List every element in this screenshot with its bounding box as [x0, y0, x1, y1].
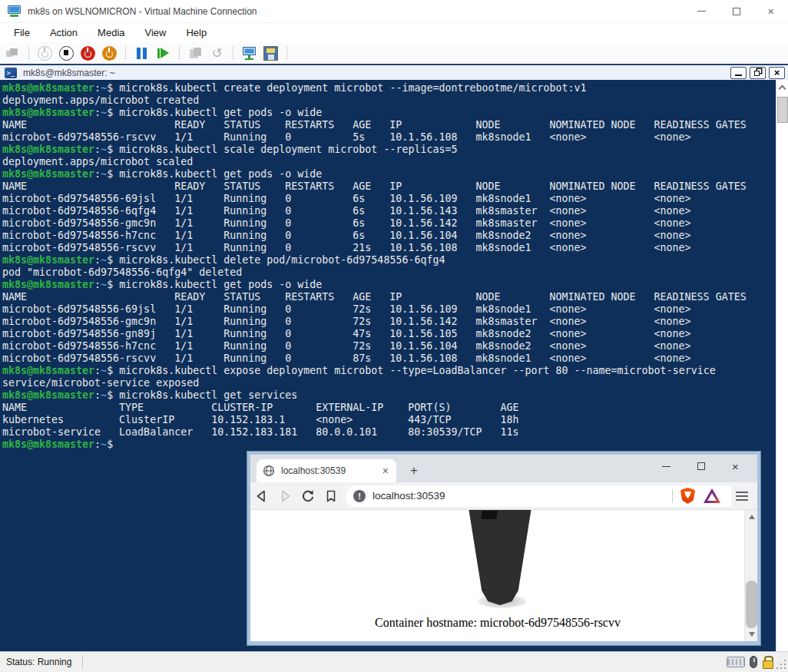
terminal-line-output: NAME READY STATUS RESTARTS AGE IP NODE N… [2, 291, 774, 303]
terminal-line-command: mk8s@mk8smaster:~$ microk8s.kubectl scal… [2, 144, 774, 156]
close-icon: × [774, 68, 780, 78]
terminal-line-output: microbot-6d97548556-69jsl 1/1 Running 0 … [2, 193, 774, 205]
terminal-line-output: microbot-6d97548556-69jsl 1/1 Running 0 … [2, 303, 774, 316]
revert-checkpoint-icon[interactable]: ↺ [210, 46, 224, 61]
browser-maximize-button[interactable] [684, 455, 718, 478]
container-hostname-caption: Container hostname: microbot-6d97548556-… [250, 616, 745, 630]
microbot-leg-image [468, 510, 531, 605]
share-icon[interactable] [263, 46, 278, 61]
brave-shield-icon[interactable] [680, 488, 695, 504]
shut-down-icon[interactable] [81, 46, 95, 61]
minimize-icon [662, 466, 670, 467]
lock-icon [762, 656, 773, 668]
terminal-line-output: microbot-6d97548556-h7cnc 1/1 Running 0 … [2, 340, 774, 353]
page-scrollbar-thumb[interactable] [746, 581, 757, 628]
browser-tabstrip: localhost:30539 × + × [250, 455, 757, 482]
terminal-line-output: microbot-6d97548556-6qfg4 1/1 Running 0 … [2, 205, 774, 217]
vm-menubar: File Action Media View Help [0, 23, 788, 42]
save-state-icon[interactable] [102, 46, 117, 61]
terminal-line-output: microbot-6d97548556-h7cnc 1/1 Running 0 … [2, 230, 774, 242]
toolbar-separator [286, 46, 287, 60]
terminal-line-command: mk8s@mk8smaster:~$ microk8s.kubectl crea… [2, 82, 774, 94]
terminal-line-output: microbot-6d97548556-rscvv 1/1 Running 0 … [2, 242, 774, 254]
enhanced-session-icon[interactable] [242, 46, 257, 61]
browser-page: Container hostname: microbot-6d97548556-… [250, 510, 757, 641]
terminal-line-output: NAME TYPE CLUSTER-IP EXTERNAL-IP PORT(S)… [2, 402, 774, 414]
browser-close-button[interactable]: × [718, 455, 753, 478]
window-close-button[interactable]: × [753, 0, 788, 22]
address-bar[interactable]: ! localhost:30539 [346, 485, 731, 507]
maximize-icon [733, 8, 740, 15]
checkpoint-icon[interactable] [188, 46, 203, 61]
menu-view[interactable]: View [135, 25, 177, 41]
brave-rewards-icon[interactable] [704, 488, 720, 503]
terminal-line-command: mk8s@mk8smaster:~$ microk8s.kubectl get … [2, 279, 774, 291]
browser-menu-icon[interactable] [736, 492, 748, 501]
globe-icon [263, 465, 275, 477]
site-info-icon[interactable]: ! [353, 490, 366, 502]
reset-icon[interactable] [156, 46, 171, 61]
vm-toolbar: ↺ [0, 42, 788, 64]
terminal-line-output: microbot-6d97548556-gn89j 1/1 Running 0 … [2, 328, 774, 340]
new-tab-button[interactable]: + [406, 463, 422, 478]
browser-window: localhost:30539 × + × [247, 452, 760, 645]
terminal-output: mk8s@mk8smaster:~$ microk8s.kubectl crea… [2, 82, 774, 451]
terminal-restore-button[interactable] [750, 67, 766, 79]
terminal-line-output: NAME READY STATUS RESTARTS AGE IP NODE N… [2, 180, 774, 193]
mouse-icon [750, 656, 757, 668]
reload-button[interactable] [296, 488, 320, 504]
scroll-up-icon[interactable] [779, 85, 786, 93]
terminal-line-output: microbot-6d97548556-rscvv 1/1 Running 0 … [2, 131, 774, 144]
menu-media[interactable]: Media [88, 25, 134, 41]
menu-help[interactable]: Help [176, 25, 217, 41]
resize-grip[interactable] [784, 667, 786, 669]
maximize-icon [697, 462, 705, 470]
start-vm-icon[interactable] [38, 46, 52, 61]
terminal-line-command: mk8s@mk8smaster:~$ microk8s.kubectl get … [2, 389, 774, 402]
scroll-down-icon[interactable] [749, 632, 755, 637]
close-icon: × [767, 6, 773, 17]
terminal-minimize-button[interactable] [730, 67, 747, 79]
browser-tab[interactable]: localhost:30539 × [257, 459, 396, 482]
scroll-up-icon[interactable] [749, 515, 755, 519]
tab-title: localhost:30539 [281, 465, 381, 476]
ctrl-alt-del-icon[interactable] [5, 46, 20, 61]
address-url[interactable]: localhost:30539 [372, 490, 672, 502]
vm-statusbar: Status: Running [0, 651, 788, 672]
forward-button[interactable] [273, 488, 296, 504]
terminal-line-output: NAME READY STATUS RESTARTS AGE IP NODE N… [2, 119, 774, 131]
terminal-line-output: microbot-6d97548556-gmc9n 1/1 Running 0 … [2, 316, 774, 328]
toolbar-separator [28, 46, 29, 60]
tab-close-button[interactable]: × [381, 465, 390, 477]
toolbar-separator [179, 46, 180, 60]
terminal-scrollbar-thumb[interactable] [777, 97, 788, 123]
terminal-scrollbar[interactable] [776, 80, 788, 651]
vm-window-titlebar: mk8s on WSLNOMICRON - Virtual Machine Co… [0, 0, 788, 23]
bookmark-button[interactable] [320, 489, 343, 503]
terminal-window-titlebar[interactable]: >_ mk8s@mk8smaster: ~ × [0, 64, 788, 80]
minimize-icon [735, 74, 742, 76]
window-title: mk8s on WSLNOMICRON - Virtual Machine Co… [28, 6, 257, 17]
browser-toolbar: ! localhost:30539 [250, 482, 757, 510]
page-scrollbar[interactable] [744, 510, 757, 641]
toolbar-separator [125, 46, 126, 60]
back-button[interactable] [250, 488, 273, 504]
menu-file[interactable]: File [4, 25, 40, 41]
browser-minimize-button[interactable] [649, 455, 684, 478]
menu-action[interactable]: Action [40, 25, 88, 41]
pause-icon[interactable] [134, 46, 149, 61]
toolbar-separator [233, 46, 233, 60]
terminal-line-output: kubernetes ClusterIP 10.152.183.1 <none>… [2, 414, 774, 426]
turn-off-icon[interactable] [59, 46, 74, 61]
terminal-line-output: deployment.apps/microbot created [2, 94, 774, 107]
terminal-line-command: mk8s@mk8smaster:~$ microk8s.kubectl get … [2, 168, 774, 180]
terminal-window-title: mk8s@mk8smaster: ~ [23, 68, 115, 78]
terminal-close-button[interactable]: × [769, 67, 785, 79]
vm-connection-icon [8, 5, 21, 17]
window-maximize-button[interactable] [719, 0, 753, 22]
reload-icon [300, 488, 316, 504]
status-divider [82, 655, 83, 669]
window-minimize-button[interactable] [684, 0, 719, 22]
terminal-line-output: microbot-6d97548556-gmc9n 1/1 Running 0 … [2, 217, 774, 230]
microbot-leg-notch [481, 511, 498, 519]
